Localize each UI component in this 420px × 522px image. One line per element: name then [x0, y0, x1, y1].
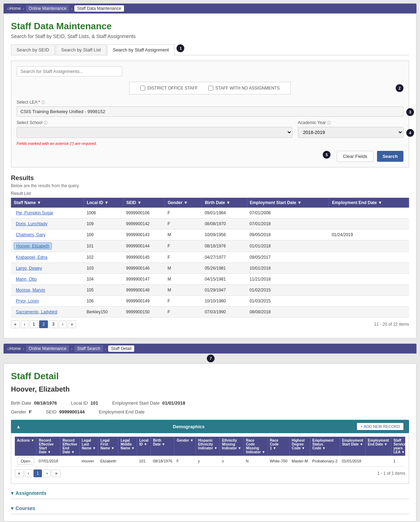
demographics-header[interactable]: ▲ Demographics + ADD NEW RECORD	[11, 420, 409, 433]
page-next-btn[interactable]: ›	[59, 320, 67, 328]
cell-local-id: 106	[84, 296, 123, 307]
cell-name: Pryor, Loren	[11, 296, 84, 307]
demo-rec-start: 07/01/2018	[37, 456, 60, 467]
cell-gender: F	[165, 252, 202, 263]
table-row: Mann, Otto 104 9999900147 M 04/15/1981 1…	[11, 274, 409, 285]
demo-col-degree[interactable]: HighestDegreeCode ▼	[290, 437, 310, 456]
demo-col-hispanic[interactable]: HispanicEthnicityIndicator ▼	[196, 437, 220, 456]
result-list-label: Result List	[11, 191, 409, 196]
staff-name-link[interactable]: Pryor, Loren	[14, 298, 41, 304]
info-row-1: Birth Date 08/18/1976 Local ID 101 Emplo…	[11, 400, 409, 406]
demo-col-race-code[interactable]: RaceCode1 ▼	[267, 437, 289, 456]
cell-seid: 9999900149	[123, 296, 165, 307]
tab-search-by-list[interactable]: Search by Staff List	[56, 44, 107, 55]
assignments-header[interactable]: ▾ Assignments	[11, 487, 409, 499]
breadcrumb2-online[interactable]: Online Maintenance	[26, 345, 69, 352]
demo-col-eth-missing[interactable]: EthnicityMissingIndicator ▼	[220, 437, 244, 456]
cell-emp-end	[329, 274, 409, 285]
demo-col-actions[interactable]: Actions ▼	[15, 437, 37, 456]
demo-col-rec-start[interactable]: RecordEffectiveStartDate ▼	[37, 437, 60, 456]
col-emp-start[interactable]: Employment Start Date ▼	[247, 198, 329, 208]
breadcrumb2-home[interactable]: ⌂ Home	[7, 346, 21, 351]
staff-name-link[interactable]: Krabappel, Edna	[14, 254, 49, 260]
cell-name: Doris, Lunchlady	[11, 219, 84, 229]
cell-seid: 9999900143	[123, 229, 165, 240]
no-assignments-label: STAFF WITH NO ASSIGNMENTS	[215, 86, 279, 91]
demo-col-rec-end[interactable]: RecordEffectiveEndDate ▼	[60, 437, 80, 456]
col-seid[interactable]: SEID ▼	[123, 198, 165, 208]
results-subtitle: Below are the results from the query.	[11, 183, 409, 188]
no-assignments-checkbox[interactable]	[208, 86, 213, 91]
district-office-checkbox[interactable]	[140, 86, 145, 91]
col-gender[interactable]: Gender ▼	[165, 198, 202, 208]
birth-date-label: Birth Date	[11, 400, 31, 406]
page-buttons: « ‹ 1 2 3 › »	[11, 320, 76, 328]
year-info-icon: ⓘ	[327, 121, 331, 125]
search-button[interactable]: Search	[377, 151, 403, 162]
cell-birth-date: 05/26/1981	[202, 263, 247, 274]
demo-next-btn[interactable]: ›	[43, 469, 51, 477]
staff-name-link[interactable]: Mann, Otto	[14, 276, 39, 282]
demo-prev-btn[interactable]: ‹	[25, 469, 32, 477]
demo-pagination: « ‹ 1 › » 1 - 1 of 1 items	[15, 467, 405, 480]
demo-col-birth[interactable]: BirthDate ▼	[151, 437, 174, 456]
open-button[interactable]: Open	[17, 457, 34, 465]
demo-degree: Master-M	[290, 456, 310, 467]
district-office-checkbox-label[interactable]: DISTRICT OFFICE STAFF	[140, 86, 198, 91]
staff-name-link[interactable]: Hoover, Elizabeth	[14, 242, 52, 250]
no-assignments-checkbox-label[interactable]: STAFF WITH NO ASSIGNMENTS	[208, 86, 279, 91]
col-birth-date[interactable]: Birth Date ▼	[202, 198, 247, 208]
academic-year-select[interactable]: 2018-2019	[298, 127, 403, 138]
page-prev-btn[interactable]: ‹	[21, 320, 29, 328]
demographics-toggle: ▲	[16, 424, 21, 429]
demo-first-btn[interactable]: «	[15, 469, 24, 477]
breadcrumb-online-maintenance[interactable]: Online Maintenance	[26, 5, 69, 12]
demo-col-race-missing[interactable]: RaceCodeMissingIndicator ▼	[243, 437, 267, 456]
demo-page-1-btn[interactable]: 1	[33, 469, 42, 477]
col-local-id[interactable]: Local ID ▼	[84, 198, 123, 208]
breadcrumb2-staff-search[interactable]: Staff Search	[74, 345, 103, 352]
demo-col-emp-end[interactable]: EmploymentEnd Date ▼	[365, 437, 391, 456]
staff-name-link[interactable]: Pie, Pumpkin Sugar	[14, 210, 55, 216]
gender-value: F	[29, 409, 32, 414]
demo-col-emp-status[interactable]: EmploymentStatusCode ▼	[310, 437, 340, 456]
demo-col-middle[interactable]: LegalMiddleName ▼	[118, 437, 137, 456]
page-2-btn[interactable]: 2	[39, 320, 48, 328]
add-record-button[interactable]: + ADD NEW RECORD	[357, 423, 404, 430]
page-1-btn[interactable]: 1	[30, 320, 38, 328]
gender-item: Gender F	[11, 409, 32, 414]
cell-birth-date: 08/08/1970	[202, 219, 247, 229]
page-last-btn[interactable]: »	[68, 320, 76, 328]
breadcrumb-home[interactable]: ⌂ Home	[7, 6, 21, 11]
tab-search-by-seid[interactable]: Search by SEID	[11, 44, 55, 55]
demo-col-last[interactable]: LegalLastName ▼	[80, 437, 98, 456]
demo-col-first[interactable]: LegalFirstName ▼	[98, 437, 118, 456]
school-label: Select School ⓘ	[17, 120, 292, 125]
table-row: Pie, Pumpkin Sugar 1006 9999900106 F 09/…	[11, 208, 409, 219]
cell-birth-date: 08/18/1976	[202, 240, 247, 252]
staff-name-link[interactable]: Sacramento, Ladybird	[14, 309, 59, 315]
col-emp-end[interactable]: Employment End Date ▼	[329, 198, 409, 208]
tab-search-by-assignment[interactable]: Search by Staff Assignment	[107, 44, 174, 55]
demo-col-lid[interactable]: LocalID ▼	[137, 437, 151, 456]
demo-col-svc-years[interactable]: StaffServiceyearsLEA ▼	[391, 437, 405, 456]
staff-name-link[interactable]: Monroe, Marvin	[14, 287, 47, 293]
search-assignments-input[interactable]	[17, 66, 122, 76]
demographics-table: Actions ▼ RecordEffectiveStartDate ▼ Rec…	[15, 437, 405, 467]
col-staff-name[interactable]: Staff Name ▼	[11, 198, 84, 208]
breadcrumb-staff-data: Staff Data Maintenance	[74, 5, 124, 12]
staff-name-link[interactable]: Largo, Dewey	[14, 265, 44, 271]
clear-fields-button[interactable]: Clear Fields	[337, 151, 373, 162]
courses-header[interactable]: ▾ Courses	[11, 503, 409, 514]
demo-col-gender[interactable]: Gender ▼	[174, 437, 196, 456]
demo-last-btn[interactable]: »	[52, 469, 61, 477]
staff-name-link[interactable]: Doris, Lunchlady	[14, 221, 49, 227]
page-first-btn[interactable]: «	[11, 320, 20, 328]
page-3-btn[interactable]: 3	[49, 320, 58, 328]
page-title: Staff Data Maintenance	[11, 21, 409, 32]
info-row-2: Gender F SEID 9999900144 Employment End …	[11, 409, 409, 414]
cell-seid: 9999900150	[123, 307, 165, 318]
school-select[interactable]	[17, 127, 292, 138]
staff-name-link[interactable]: Chalmers, Gary	[14, 232, 48, 238]
demo-col-emp-start[interactable]: EmploymentStart Date ▼	[340, 437, 365, 456]
